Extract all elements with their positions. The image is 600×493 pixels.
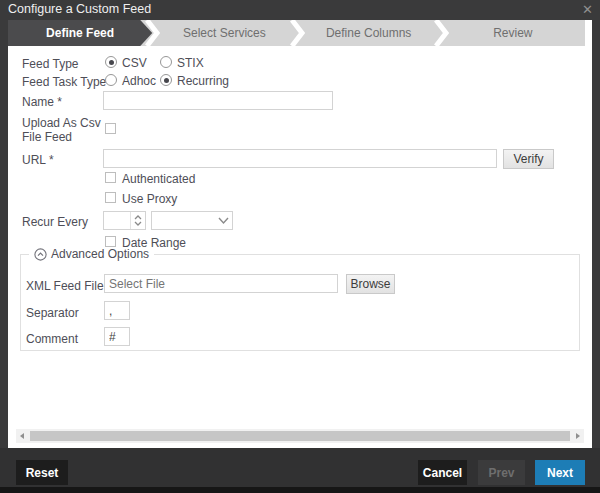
dialog-content: Define Feed Select Services Define Colum… xyxy=(8,20,592,448)
authenticated-label[interactable]: Authenticated xyxy=(122,173,195,186)
wizard-steps-bar: Define Feed Select Services Define Colum… xyxy=(8,20,585,46)
dialog-titlebar: Configure a Custom Feed ✕ xyxy=(0,0,600,20)
comment-label: Comment xyxy=(26,332,78,346)
recur-every-value-input[interactable] xyxy=(104,212,130,229)
stepper-up-down-icon[interactable] xyxy=(130,212,145,229)
feed-task-adhoc-label[interactable]: Adhoc xyxy=(122,75,156,88)
wizard-step-define-columns[interactable]: Define Columns xyxy=(297,20,441,46)
xml-feed-file-label: XML Feed File xyxy=(26,279,104,293)
feed-task-recurring-radio[interactable] xyxy=(160,74,172,86)
recur-every-label: Recur Every xyxy=(22,215,88,229)
recur-unit-selected-value xyxy=(152,215,156,229)
feed-task-recurring-label[interactable]: Recurring xyxy=(177,75,229,88)
recur-every-stepper xyxy=(103,211,146,230)
authenticated-checkbox[interactable] xyxy=(105,172,116,183)
wizard-step-review[interactable]: Review xyxy=(441,20,585,46)
url-input[interactable] xyxy=(103,149,497,168)
comment-input[interactable] xyxy=(104,327,130,346)
scrollbar-thumb[interactable] xyxy=(30,431,570,441)
date-range-checkbox[interactable] xyxy=(105,236,116,247)
feed-type-label: Feed Type xyxy=(22,57,78,71)
chevron-down-icon xyxy=(218,217,229,225)
feed-task-adhoc-radio[interactable] xyxy=(105,74,117,86)
browse-button[interactable]: Browse xyxy=(346,274,395,294)
prev-button[interactable]: Prev xyxy=(478,460,525,485)
feed-type-stix-radio[interactable] xyxy=(160,56,172,68)
use-proxy-label[interactable]: Use Proxy xyxy=(122,193,177,206)
dialog-title: Configure a Custom Feed xyxy=(8,2,151,16)
verify-button[interactable]: Verify xyxy=(503,149,554,169)
upload-csv-checkbox[interactable] xyxy=(105,123,116,134)
advanced-options-title: Advanced Options xyxy=(51,247,149,261)
separator-input[interactable] xyxy=(104,301,130,320)
upload-csv-label-line2: File Feed xyxy=(22,130,72,144)
xml-feed-file-input[interactable] xyxy=(104,274,338,293)
url-label: URL * xyxy=(22,153,54,167)
feed-type-stix-label[interactable]: STIX xyxy=(177,57,204,70)
wizard-step-select-services[interactable]: Select Services xyxy=(152,20,296,46)
reset-button[interactable]: Reset xyxy=(16,460,68,485)
scroll-right-icon[interactable] xyxy=(576,433,580,439)
recur-unit-dropdown[interactable] xyxy=(151,211,233,230)
feed-type-csv-radio[interactable] xyxy=(105,56,117,68)
name-label: Name * xyxy=(22,95,62,109)
horizontal-scrollbar[interactable] xyxy=(16,429,584,443)
upload-csv-label-line1: Upload As Csv xyxy=(22,116,101,130)
advanced-options-legend: Advanced Options xyxy=(29,247,154,261)
wizard-step-define-feed[interactable]: Define Feed xyxy=(8,20,152,46)
feed-type-csv-label[interactable]: CSV xyxy=(122,57,147,70)
cancel-button[interactable]: Cancel xyxy=(418,460,467,485)
use-proxy-checkbox[interactable] xyxy=(105,192,116,203)
dialog-footer: Reset Cancel Prev Next xyxy=(0,448,600,493)
name-input[interactable] xyxy=(103,91,333,110)
next-button[interactable]: Next xyxy=(535,460,585,485)
collapse-chevron-circle-icon[interactable] xyxy=(34,248,47,261)
configure-custom-feed-dialog: Configure a Custom Feed ✕ Define Feed Se… xyxy=(0,0,600,493)
feed-task-type-label: Feed Task Type xyxy=(22,75,106,89)
scroll-left-icon[interactable] xyxy=(20,433,24,439)
separator-label: Separator xyxy=(26,306,79,320)
close-icon[interactable]: ✕ xyxy=(582,1,593,19)
advanced-options-fieldset: Advanced Options XML Feed File Browse Se… xyxy=(20,254,580,351)
footer-bottom-strip xyxy=(0,487,600,493)
